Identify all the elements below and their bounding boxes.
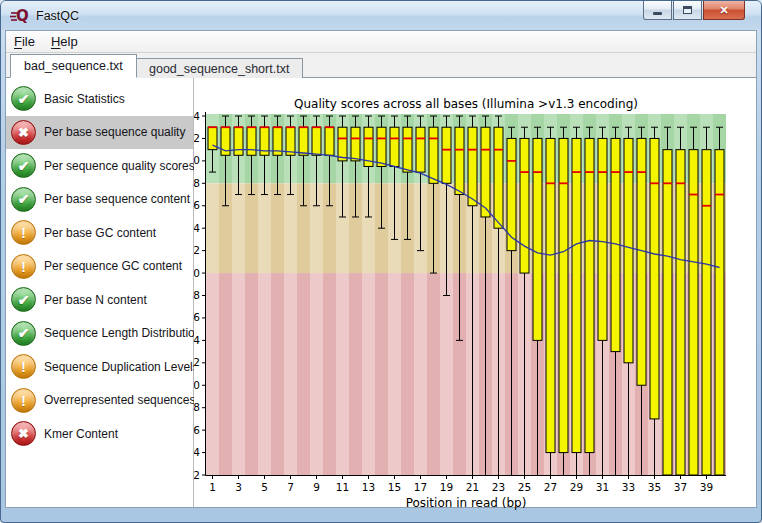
svg-text:31: 31 (596, 481, 609, 493)
pass-icon: ✔ (11, 287, 36, 312)
sidebar-item-label: Per sequence quality scores (44, 159, 195, 173)
pass-icon: ✔ (11, 321, 36, 346)
tab-bad-sequence-txt[interactable]: bad_sequence.txt (10, 54, 137, 78)
sidebar-item-label: Per base sequence content (44, 192, 190, 206)
module-sidebar: ✔ Basic Statistics ✖ Per base sequence q… (6, 78, 194, 507)
menu-bar: FileHelp (6, 31, 756, 53)
svg-text:5: 5 (261, 481, 268, 493)
svg-text:22: 22 (194, 244, 200, 256)
pass-icon: ✔ (11, 153, 36, 178)
maximize-icon (683, 6, 692, 14)
svg-text:4: 4 (194, 446, 200, 458)
warn-icon: ! (11, 388, 36, 413)
sidebar-item-label: Sequence Length Distribution (44, 326, 201, 340)
svg-text:32: 32 (194, 132, 200, 144)
svg-text:24: 24 (194, 222, 200, 234)
sidebar-item-label: Kmer Content (44, 427, 118, 441)
svg-text:28: 28 (194, 177, 200, 189)
sidebar-item-sequence-duplication-levels[interactable]: ! Sequence Duplication Levels (6, 350, 193, 384)
sidebar-item-per-base-sequence-quality[interactable]: ✖ Per base sequence quality (6, 116, 193, 150)
app-body: FileHelp bad_sequence.txtgood_sequence_s… (5, 30, 757, 508)
svg-text:8: 8 (194, 401, 200, 413)
svg-text:16: 16 (194, 311, 200, 323)
warn-icon: ! (11, 354, 36, 379)
sidebar-item-label: Per base N content (44, 293, 147, 307)
svg-text:13: 13 (362, 481, 375, 493)
sidebar-item-per-sequence-quality-scores[interactable]: ✔ Per sequence quality scores (6, 149, 193, 183)
svg-text:30: 30 (194, 154, 200, 166)
close-button[interactable]: ✕ (703, 1, 745, 20)
window-frame: Q FastQC ✕ FileHelp bad_sequence.txtgood… (0, 0, 762, 523)
svg-text:35: 35 (648, 481, 661, 493)
sidebar-item-basic-statistics[interactable]: ✔ Basic Statistics (6, 82, 193, 116)
svg-text:20: 20 (194, 267, 200, 279)
svg-text:12: 12 (194, 356, 200, 368)
fail-icon: ✖ (11, 421, 36, 446)
svg-text:2: 2 (194, 469, 200, 481)
svg-text:6: 6 (194, 424, 200, 436)
sidebar-item-overrepresented-sequences[interactable]: ! Overrepresented sequences (6, 384, 193, 418)
svg-text:Position in read (bp): Position in read (bp) (406, 496, 527, 510)
fail-icon: ✖ (11, 120, 36, 145)
svg-text:17: 17 (414, 481, 427, 493)
window-controls: ✕ (643, 1, 745, 20)
content-area: ✔ Basic Statistics ✖ Per base sequence q… (6, 77, 756, 507)
sidebar-item-per-base-n-content[interactable]: ✔ Per base N content (6, 283, 193, 317)
minimize-icon (653, 12, 662, 15)
svg-text:23: 23 (492, 481, 505, 493)
sidebar-item-sequence-length-distribution[interactable]: ✔ Sequence Length Distribution (6, 317, 193, 351)
pass-icon: ✔ (11, 187, 36, 212)
svg-text:33: 33 (622, 481, 635, 493)
svg-text:19: 19 (440, 481, 453, 493)
svg-text:7: 7 (287, 481, 294, 493)
sidebar-item-label: Sequence Duplication Levels (44, 360, 199, 374)
sidebar-item-label: Overrepresented sequences (44, 393, 195, 407)
fastqc-logo-icon: Q (10, 7, 30, 25)
chart-panel: 2468101214161820222426283032341357911131… (194, 78, 756, 507)
sidebar-item-per-base-gc-content[interactable]: ! Per base GC content (6, 216, 193, 250)
svg-text:39: 39 (700, 481, 713, 493)
fastqc-window: Q FastQC ✕ FileHelp bad_sequence.txtgood… (0, 0, 762, 523)
sidebar-item-label: Basic Statistics (44, 92, 125, 106)
svg-text:18: 18 (194, 289, 200, 301)
svg-text:1: 1 (209, 481, 216, 493)
minimize-button[interactable] (643, 1, 672, 20)
svg-text:29: 29 (570, 481, 583, 493)
titlebar[interactable]: Q FastQC ✕ (1, 1, 761, 30)
svg-text:10: 10 (194, 379, 200, 391)
svg-text:11: 11 (336, 481, 349, 493)
svg-text:3: 3 (235, 481, 242, 493)
quality-boxplot-chart: 2468101214161820222426283032341357911131… (194, 78, 755, 510)
sidebar-item-label: Per base sequence quality (44, 125, 185, 139)
maximize-button[interactable] (673, 1, 702, 20)
window-title: FastQC (36, 9, 79, 23)
warn-icon: ! (11, 254, 36, 279)
svg-text:15: 15 (388, 481, 401, 493)
svg-text:Q: Q (16, 7, 29, 25)
svg-text:26: 26 (194, 199, 200, 211)
svg-text:9: 9 (313, 481, 320, 493)
menu-help[interactable]: Help (51, 34, 78, 49)
svg-text:Quality scores across all base: Quality scores across all bases (Illumin… (294, 97, 638, 111)
svg-text:37: 37 (674, 481, 687, 493)
svg-text:25: 25 (518, 481, 531, 493)
tab-good-sequence-short-txt[interactable]: good_sequence_short.txt (135, 58, 303, 78)
sidebar-item-kmer-content[interactable]: ✖ Kmer Content (6, 417, 193, 451)
svg-text:34: 34 (194, 110, 200, 122)
svg-text:21: 21 (466, 481, 479, 493)
tab-bar: bad_sequence.txtgood_sequence_short.txt (6, 53, 756, 77)
close-icon: ✕ (719, 5, 728, 16)
sidebar-item-label: Per sequence GC content (44, 259, 182, 273)
svg-text:27: 27 (544, 481, 557, 493)
svg-text:14: 14 (194, 334, 200, 346)
sidebar-item-per-base-sequence-content[interactable]: ✔ Per base sequence content (6, 183, 193, 217)
menu-file[interactable]: File (14, 34, 35, 49)
sidebar-item-label: Per base GC content (44, 226, 156, 240)
pass-icon: ✔ (11, 86, 36, 111)
warn-icon: ! (11, 220, 36, 245)
sidebar-item-per-sequence-gc-content[interactable]: ! Per sequence GC content (6, 250, 193, 284)
